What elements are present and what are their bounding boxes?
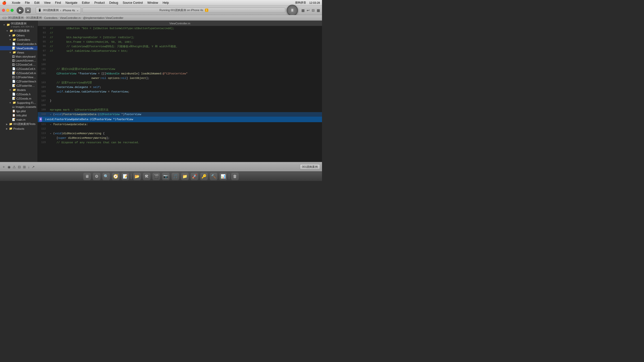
file-icon: 📄 bbox=[12, 93, 16, 96]
sidebar-label: Controllers bbox=[17, 38, 30, 41]
dock-app-1[interactable]: 📂 bbox=[133, 173, 141, 180]
sidebar-item-viewcontroller-m[interactable]: 📝 ViewController.m bbox=[0, 46, 37, 50]
menu-debug[interactable]: Debug bbox=[109, 1, 118, 5]
sidebar-item-viewcontroller-h[interactable]: 📄 ViewController.h bbox=[0, 42, 37, 46]
breadcrumb-part-2[interactable]: 001团购案例 bbox=[26, 16, 42, 20]
navigator-icon[interactable]: ⊟ bbox=[18, 165, 21, 169]
add-file-icon[interactable]: ＋ bbox=[2, 165, 6, 169]
sidebar-item-czgoodscell-h[interactable]: 📄 CZGoodsCell.h bbox=[0, 67, 37, 71]
menu-file[interactable]: File bbox=[25, 1, 30, 5]
menu-product[interactable]: Product bbox=[94, 1, 105, 5]
navigator-toggle[interactable]: ▦ bbox=[301, 8, 305, 12]
dock-trash[interactable]: 🗑 bbox=[231, 173, 239, 180]
code-editor[interactable]: 92 // UIButton *btn = [UIButton buttonWi… bbox=[38, 26, 322, 162]
dock-app-9[interactable]: 🔨 bbox=[210, 173, 217, 180]
sidebar-item-images-xcassets[interactable]: 🗂 Images.xcassets bbox=[0, 105, 37, 109]
sidebar-item-tests[interactable]: ▶ 📁 001团购案例Tests bbox=[0, 122, 37, 126]
breakpoint-icon[interactable]: ↓ bbox=[28, 165, 30, 169]
dock-spotlight[interactable]: 🔍 bbox=[102, 173, 110, 180]
dock-notes[interactable]: 📝 bbox=[122, 173, 129, 180]
maximize-button[interactable] bbox=[11, 9, 14, 12]
plist-icon: 📋 bbox=[12, 114, 16, 117]
pause-button[interactable]: ⏸ bbox=[287, 5, 298, 16]
menu-source-control[interactable]: Source Control bbox=[123, 1, 143, 5]
nav-back[interactable]: ◁ bbox=[2, 16, 4, 19]
dock-app-5[interactable]: 🎵 bbox=[172, 173, 179, 180]
bottom-scheme-label: 001团购案例 bbox=[302, 165, 318, 169]
warning-icon[interactable]: ⚠ bbox=[13, 165, 16, 169]
dock-app-4[interactable]: 📷 bbox=[162, 173, 170, 180]
stop-button[interactable]: ■ bbox=[25, 8, 31, 13]
sidebar-item-czfooterview-h[interactable]: 📄 CZFooterView.h bbox=[0, 79, 37, 83]
file-icon: 📝 bbox=[12, 84, 16, 87]
dock-app-10[interactable]: 📊 bbox=[219, 173, 227, 180]
dock-app-2[interactable]: 🛠 bbox=[143, 173, 150, 180]
sidebar-label: Others bbox=[16, 34, 25, 37]
code-line: 107 } bbox=[38, 99, 322, 103]
scheme-selector[interactable]: 📱 001团购案例 › iPhone 4s ⌄ bbox=[36, 7, 81, 14]
sidebar-item-czfooterview-m[interactable]: 📝 CZFooterView.m bbox=[0, 83, 37, 88]
sidebar-item-products[interactable]: ▶ 📁 Products bbox=[0, 126, 37, 131]
code-line: 112 bbox=[38, 127, 322, 131]
share-icon[interactable]: ↗ bbox=[32, 165, 35, 169]
dock-safari[interactable]: 🧭 bbox=[112, 173, 119, 180]
minimize-button[interactable] bbox=[6, 9, 9, 12]
menu-view[interactable]: View bbox=[44, 1, 51, 5]
menu-edit[interactable]: Edit bbox=[34, 1, 39, 5]
run-button[interactable]: ▶ bbox=[17, 7, 24, 14]
traffic-lights bbox=[2, 9, 14, 12]
sidebar-project-sub: 2 targets, iOS SDK 8.1 bbox=[11, 25, 34, 28]
close-button[interactable] bbox=[2, 9, 5, 12]
dock-app-7[interactable]: 🚀 bbox=[191, 173, 198, 180]
autocomplete-selected-item[interactable]: M (void)footerViewUpdateData:(CZFooterVi… bbox=[38, 117, 322, 122]
menu-window[interactable]: Window bbox=[147, 1, 158, 5]
dock-app-3[interactable]: 🎬 bbox=[152, 173, 160, 180]
menu-xcode[interactable]: Xcode bbox=[12, 1, 20, 5]
bottom-scheme-selector[interactable]: 001团购案例 bbox=[300, 164, 320, 169]
warning-badge[interactable]: 1 bbox=[205, 9, 209, 12]
dock-finder[interactable]: 🖥 bbox=[83, 173, 91, 180]
nav-forward[interactable]: ▷ bbox=[5, 16, 7, 19]
structure-icon[interactable]: ⊞ bbox=[23, 165, 26, 169]
breadcrumb-part-1[interactable]: 001团购案例 bbox=[8, 16, 24, 20]
sidebar-item-tgs-plist[interactable]: 📋 tgs.plist bbox=[0, 109, 37, 113]
breadcrumb-part-5[interactable]: @implementation ViewController bbox=[83, 16, 123, 19]
apple-menu[interactable]: 🍎 bbox=[2, 1, 6, 5]
autocomplete-dropdown[interactable]: M (void)footerViewUpdateData:(CZFooterVi… bbox=[38, 117, 322, 122]
breadcrumb-icon[interactable]: ↩ bbox=[307, 8, 310, 12]
filter-icon[interactable]: ◉ bbox=[8, 165, 11, 169]
scheme-name: 001团购案例 bbox=[43, 8, 59, 12]
breadcrumb-part-3[interactable]: Controllers bbox=[44, 16, 57, 19]
chevron-down-icon: ⌄ bbox=[76, 9, 79, 12]
dock-app-6[interactable]: 📁 bbox=[181, 173, 189, 180]
sidebar-item-main-storyboard[interactable]: 🖼 Main.storyboard bbox=[0, 55, 37, 59]
sidebar-item-root-group[interactable]: ▼ 📁 001团购案例 bbox=[0, 28, 37, 33]
sidebar-item-czgoods-m[interactable]: 📝 CZGoods.m bbox=[0, 96, 37, 101]
sidebar-item-launchscreen[interactable]: 🖼 LaunchScreen.xib bbox=[0, 59, 37, 63]
dock-system-prefs[interactable]: ⚙ bbox=[93, 173, 100, 180]
sidebar-item-czgoodscell-xib[interactable]: 🖼 CZGoodsCell.xib bbox=[0, 63, 37, 67]
layout-toggle[interactable]: ⊟ bbox=[312, 8, 315, 12]
dock-app-8[interactable]: 🔑 bbox=[200, 173, 208, 180]
sidebar-item-views[interactable]: ▼ 📁 Views bbox=[0, 50, 37, 55]
sidebar-item-supporting-files[interactable]: ▼ 📁 Supporting Files bbox=[0, 101, 37, 105]
menu-editor[interactable]: Editor bbox=[82, 1, 90, 5]
menu-navigate[interactable]: Navigate bbox=[65, 1, 77, 5]
sidebar-item-controllers[interactable]: ▼ 📁 Controllers bbox=[0, 37, 37, 42]
menu-find[interactable]: Find bbox=[55, 1, 61, 5]
sidebar-item-czgoods-h[interactable]: 📄 CZGoods.h bbox=[0, 92, 37, 96]
sidebar-label: CZFooterView.h bbox=[16, 80, 36, 83]
sidebar-item-others[interactable]: ▶ 📁 Others bbox=[0, 33, 37, 37]
file-icon: 📄 bbox=[12, 42, 16, 46]
breadcrumb-part-4[interactable]: ViewController.m bbox=[60, 16, 81, 19]
menu-help[interactable]: Help bbox=[163, 1, 169, 5]
scheme-device: iPhone 4s bbox=[63, 9, 75, 12]
sidebar-label: Images.xcassets bbox=[16, 105, 36, 108]
sidebar-item-models[interactable]: ▼ 📁 Models bbox=[0, 88, 37, 92]
inspector-toggle[interactable]: ▦ bbox=[317, 8, 320, 12]
sidebar-item-main-m[interactable]: 📝 main.m bbox=[0, 117, 37, 122]
sidebar-item-czgoodscell-m[interactable]: 📝 CZGoodsCell.m bbox=[0, 71, 37, 75]
sidebar-item-czfooterview-xib[interactable]: 🖼 CZFooterView.xib bbox=[0, 75, 37, 79]
sidebar-item-project[interactable]: ▼ 📁 001团购案例 2 targets, iOS SDK 8.1 bbox=[0, 21, 37, 28]
sidebar-item-info-plist[interactable]: 📋 Info.plist bbox=[0, 113, 37, 117]
